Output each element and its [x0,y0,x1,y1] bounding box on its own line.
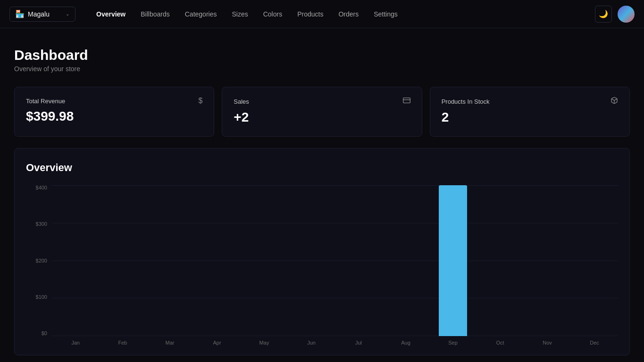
stat-card-sales-label: Sales [234,98,249,105]
main-content: Dashboard Overview of your store Total R… [0,28,644,362]
avatar[interactable] [618,6,635,23]
bar-sep [439,185,467,336]
nav-products[interactable]: Products [291,8,330,21]
y-label-300: $300 [26,222,47,227]
bar-group-dec [571,185,618,336]
chart-plot [52,185,618,336]
svg-rect-0 [403,98,410,103]
stat-cards: Total Revenue $ $399.98 Sales +2 Product [14,87,630,137]
bar-group-nov [524,185,571,336]
nav-right: 🌙 [595,6,635,23]
nav-orders[interactable]: Orders [332,8,365,21]
page-header: Dashboard Overview of your store [14,47,630,73]
page-subtitle: Overview of your store [14,65,630,73]
chevron-down-icon: ⌄ [66,11,69,16]
navbar: 🏪 Magalu ⌄ Overview Billboards Categorie… [0,0,644,28]
x-label-jun: Jun [288,340,335,346]
bars-container [52,185,618,336]
bar-group-feb [99,185,146,336]
nav-billboards[interactable]: Billboards [134,8,176,21]
stat-card-stock-header: Products In Stock [442,97,618,106]
nav-colors[interactable]: Colors [257,8,289,21]
x-label-feb: Feb [99,340,146,346]
nav-overview[interactable]: Overview [90,8,132,21]
x-label-mar: Mar [146,340,193,346]
x-label-may: May [241,340,288,346]
stat-card-stock: Products In Stock 2 [430,87,630,137]
nav-links: Overview Billboards Categories Sizes Col… [90,8,595,21]
store-icon: 🏪 [16,10,24,18]
y-label-400: $400 [26,185,47,190]
y-label-0: $0 [26,331,47,336]
x-label-dec: Dec [571,340,618,346]
stat-card-sales-value: +2 [234,110,410,125]
bar-group-jan [52,185,99,336]
bar-group-sep [429,185,477,336]
store-selector[interactable]: 🏪 Magalu ⌄ [9,7,75,22]
theme-toggle-button[interactable]: 🌙 [595,6,612,23]
stat-card-revenue-value: $399.98 [26,109,202,124]
x-label-apr: Apr [193,340,241,346]
x-label-sep: Sep [429,340,477,346]
stat-card-revenue-label: Total Revenue [26,98,65,105]
stat-card-revenue: Total Revenue $ $399.98 [14,87,214,137]
bar-group-jun [288,185,335,336]
nav-sizes[interactable]: Sizes [225,8,254,21]
chart-area: $400 $300 $200 $100 $0 [26,185,618,336]
bar-group-oct [477,185,524,336]
overview-section: Overview $400 $300 $200 $100 $0 [14,148,630,355]
y-axis: $400 $300 $200 $100 $0 [26,185,52,336]
overview-title: Overview [26,162,618,174]
x-label-oct: Oct [477,340,524,346]
box-icon [611,97,618,106]
x-axis: JanFebMarAprMayJunJulAugSepOctNovDec [52,340,618,346]
chart-container: $400 $300 $200 $100 $0 [26,185,618,346]
y-label-200: $200 [26,258,47,263]
stat-card-stock-label: Products In Stock [442,98,490,105]
x-label-jan: Jan [52,340,99,346]
page-title: Dashboard [14,47,630,63]
bar-group-may [241,185,288,336]
x-label-aug: Aug [382,340,429,346]
bar-group-aug [382,185,429,336]
store-name: Magalu [28,10,62,18]
stat-card-revenue-header: Total Revenue $ [26,97,202,105]
nav-settings[interactable]: Settings [367,8,404,21]
stat-card-sales: Sales +2 [222,87,422,137]
stat-card-sales-header: Sales [234,97,410,106]
bar-group-jul [335,185,382,336]
credit-card-icon [403,97,410,106]
y-label-100: $100 [26,295,47,300]
bar-group-mar [146,185,193,336]
x-label-nov: Nov [524,340,571,346]
dollar-icon: $ [198,97,202,105]
nav-categories[interactable]: Categories [178,8,224,21]
stat-card-stock-value: 2 [442,110,618,125]
bar-group-apr [193,185,241,336]
x-label-jul: Jul [335,340,382,346]
